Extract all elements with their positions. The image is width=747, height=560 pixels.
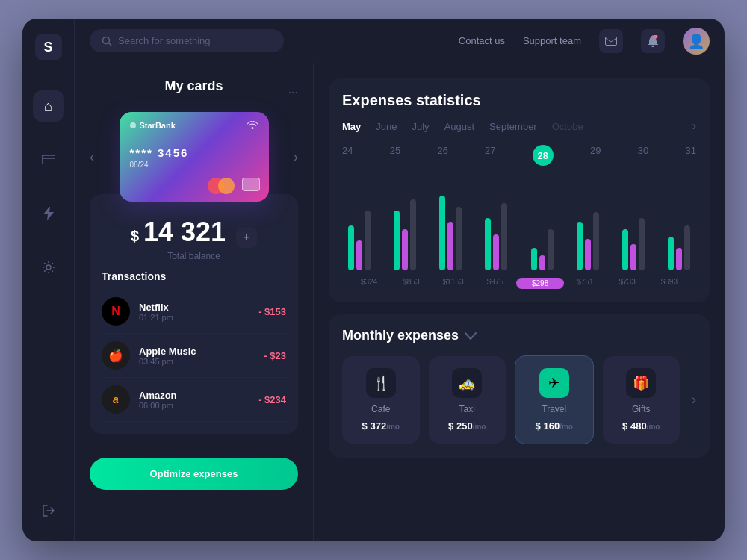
sidebar-item-home[interactable]: ⌂ xyxy=(33,90,64,122)
search-bar[interactable]: Search for something xyxy=(90,29,284,52)
header-right: Contact us Support team 👤 xyxy=(459,28,710,55)
transactions-title: Transactions xyxy=(102,270,286,282)
expense-card-taxi[interactable]: 🚕 Taxi $ 250/mo xyxy=(429,356,506,444)
bar-group-4 xyxy=(485,196,507,270)
transaction-amazon-amount: - $234 xyxy=(258,394,286,405)
sidebar-item-card[interactable] xyxy=(33,144,64,175)
month-september[interactable]: September xyxy=(489,121,537,132)
notification-icon-button[interactable] xyxy=(641,29,665,53)
bar-white-2 xyxy=(410,199,416,270)
bar-purple-6 xyxy=(585,239,591,270)
month-june[interactable]: June xyxy=(376,121,397,132)
date-28[interactable]: 28 xyxy=(533,145,554,166)
amount-label-5-active: $298 xyxy=(516,278,564,289)
mastercard-orange xyxy=(218,178,235,194)
bar-purple-7 xyxy=(630,244,636,270)
nav-bottom xyxy=(33,495,64,526)
expense-card-gifts[interactable]: 🎁 Gifts $ 480/mo xyxy=(603,356,681,444)
user-avatar[interactable]: 👤 xyxy=(683,28,710,55)
bar-purple-4 xyxy=(493,234,499,270)
month-nav-right[interactable]: › xyxy=(692,119,696,133)
month-august[interactable]: August xyxy=(444,121,474,132)
support-team-link[interactable]: Support team xyxy=(523,35,581,46)
chart-section: Expenses statistics May June July August… xyxy=(329,78,710,302)
card-nav-left[interactable]: ‹ xyxy=(90,149,94,165)
transaction-amazon: a Amazon 06:00 pm - $234 xyxy=(102,378,286,422)
bar-green-6 xyxy=(577,222,583,270)
transaction-netflix-info: Netflix 01:21 pm xyxy=(139,302,249,322)
logo: S xyxy=(35,34,62,60)
monthly-title: Monthly expenses xyxy=(342,328,459,343)
date-31[interactable]: 31 xyxy=(685,145,695,166)
expense-card-cafe[interactable]: 🍴 Cafe $ 372/mo xyxy=(342,356,420,444)
bar-white-6 xyxy=(593,212,599,270)
date-29[interactable]: 29 xyxy=(590,145,601,166)
bar-green-3 xyxy=(439,196,445,270)
svg-point-2 xyxy=(46,265,51,270)
add-balance-button[interactable]: + xyxy=(236,227,257,248)
card-expiry: 08/24 xyxy=(130,161,258,169)
amount-label-2: $853 xyxy=(390,278,432,289)
header: Search for something Contact us Support … xyxy=(75,19,725,63)
date-26[interactable]: 26 xyxy=(437,145,447,166)
svg-point-8 xyxy=(251,127,253,129)
date-30[interactable]: 30 xyxy=(638,145,648,166)
bar-group-3 xyxy=(439,196,462,270)
wifi-icon xyxy=(247,121,258,130)
transaction-netflix-name: Netflix xyxy=(139,302,249,313)
date-25[interactable]: 25 xyxy=(390,145,400,166)
bar-green-2 xyxy=(394,211,400,270)
apple-icon: 🍎 xyxy=(102,341,130,370)
bar-purple-1 xyxy=(356,240,362,270)
bar-group-8 xyxy=(668,196,690,270)
card-icons xyxy=(208,178,260,194)
card-nav-right[interactable]: › xyxy=(294,149,298,165)
more-options-button[interactable]: ··· xyxy=(288,86,298,99)
cafe-name: Cafe xyxy=(371,404,390,414)
expense-cards: 🍴 Cafe $ 372/mo 🚕 Taxi $ 250/mo xyxy=(342,355,696,444)
content-area: My cards ··· ‹ StarBank xyxy=(75,63,725,541)
netflix-icon: N xyxy=(102,297,130,326)
dropdown-icon[interactable] xyxy=(465,332,477,340)
date-27[interactable]: 27 xyxy=(485,145,495,166)
card-carousel: ‹ StarBank **** 3456 08/24 xyxy=(90,112,298,202)
date-24[interactable]: 24 xyxy=(342,145,353,166)
expense-nav-right[interactable]: › xyxy=(692,392,696,408)
sidebar-item-logout[interactable] xyxy=(33,495,64,526)
sidebar: S ⌂ xyxy=(22,19,75,541)
travel-amount: $ 160/mo xyxy=(536,420,573,432)
amount-label-6: $751 xyxy=(564,278,606,289)
cafe-amount: $ 372/mo xyxy=(362,420,400,432)
balance-number: 14 321 xyxy=(143,217,226,248)
transaction-apple-name: Apple Music xyxy=(139,346,255,357)
expense-card-travel[interactable]: ✈ Travel $ 160/mo xyxy=(515,355,594,444)
bar-white-1 xyxy=(365,211,371,270)
month-tabs: May June July August September Octobe › xyxy=(342,119,696,133)
travel-name: Travel xyxy=(542,404,566,414)
optimize-button[interactable]: Optimize expenses xyxy=(90,458,298,490)
month-may[interactable]: May xyxy=(342,121,361,132)
transaction-apple-info: Apple Music 03:45 pm xyxy=(139,346,255,366)
monthly-section: Monthly expenses 🍴 Cafe $ 372/mo xyxy=(329,314,710,458)
card-bank-name: StarBank xyxy=(140,121,176,130)
svg-rect-5 xyxy=(606,37,617,45)
transaction-amazon-name: Amazon xyxy=(139,390,249,401)
expenses-title: Expenses statistics xyxy=(342,92,696,109)
month-october[interactable]: Octobe xyxy=(552,121,583,132)
bar-purple-5 xyxy=(539,255,545,270)
contact-us-link[interactable]: Contact us xyxy=(459,35,505,46)
mail-icon-button[interactable] xyxy=(599,29,623,53)
month-july[interactable]: July xyxy=(412,121,430,132)
date-tabs: 24 25 26 27 28 29 30 31 xyxy=(342,145,696,166)
sidebar-item-flash[interactable] xyxy=(33,198,64,229)
bar-white-8 xyxy=(684,225,690,270)
svg-point-6 xyxy=(652,45,654,47)
bar-green-5 xyxy=(531,248,537,270)
bar-green-7 xyxy=(622,229,628,270)
gifts-icon: 🎁 xyxy=(626,368,656,398)
sidebar-item-settings[interactable] xyxy=(33,252,64,283)
gifts-name: Gifts xyxy=(632,404,651,414)
monthly-header: Monthly expenses xyxy=(342,328,696,343)
bar-purple-8 xyxy=(676,248,682,270)
taxi-icon: 🚕 xyxy=(452,368,482,398)
